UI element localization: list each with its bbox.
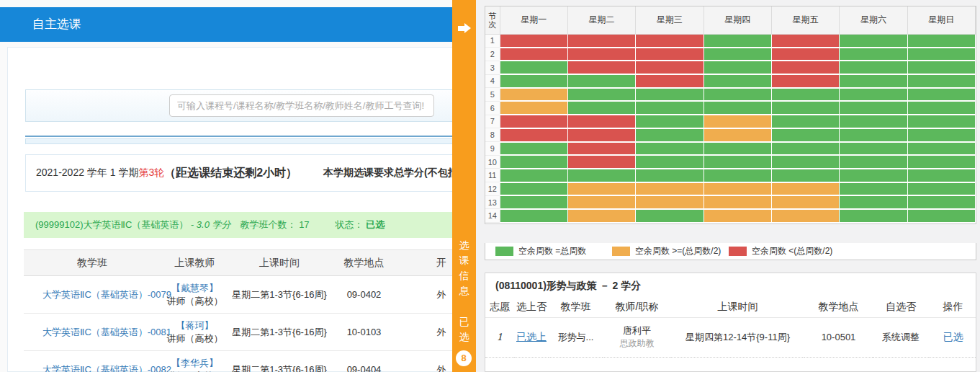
credit-requirement-text: 本学期选课要求总学分(不包括)	[323, 167, 452, 180]
timetable-cell	[840, 115, 907, 128]
timetable-cell	[500, 182, 567, 196]
timetable-cell	[567, 88, 635, 102]
timetable-cell	[636, 169, 703, 182]
timetable-cell	[840, 142, 907, 156]
day-header: 星期日	[907, 6, 975, 34]
selected-teacher-title: 思政助教	[603, 337, 671, 350]
class-table-header: 上课教师	[161, 250, 229, 276]
timetable-cell	[567, 74, 635, 88]
timetable-cell	[771, 195, 839, 209]
timetable-cell	[703, 142, 771, 156]
action-link[interactable]: 已选	[943, 331, 963, 342]
teacher-name[interactable]: 【李华兵】	[161, 357, 229, 370]
class-count: 教学班个数： 17	[240, 218, 310, 231]
course-summary-bar[interactable]: (99999102)大学英语ⅡC（基础英语） - 3.0 学分 教学班个数： 1…	[24, 212, 452, 238]
course-status: 状态： 已选	[336, 218, 385, 231]
period-number: 6	[485, 101, 500, 115]
period-number: 3	[485, 61, 500, 74]
day-header: 星期三	[636, 6, 703, 34]
period-number: 1	[485, 34, 500, 48]
class-location: 09-0404	[330, 351, 398, 372]
class-list-table: 教学班上课教师上课时间教学地点开 大学英语ⅡC（基础英语）-0079【戴慧琴】讲…	[24, 249, 485, 372]
course-credits: 3.0 学分	[197, 219, 231, 230]
timetable-legend: 空余周数 =总周数空余周数 >=(总周数/2)空余周数 <(总周数/2)	[485, 243, 976, 260]
selected-table-header: 教学地点	[804, 297, 873, 317]
timetable-cell	[636, 101, 703, 115]
timetable-cell	[703, 34, 771, 48]
class-name-link[interactable]: 大学英语ⅡC（基础英语）-0081	[42, 327, 171, 337]
timetable-cell	[771, 88, 839, 102]
timetable-cell	[636, 128, 703, 142]
timetable-cell	[703, 115, 771, 128]
course-title: (99999102)大学英语ⅡC（基础英语） - 3.0 学分	[35, 218, 231, 231]
legend-label: 空余周数 >=(总周数/2)	[635, 245, 721, 257]
selected-course-row: 1已选上形势与...唐利平思政助教星期四第12-14节{9-11周}10-050…	[485, 317, 976, 357]
timetable-row: 6	[485, 101, 976, 115]
timetable-cell	[500, 34, 567, 48]
course-search-input[interactable]	[169, 94, 434, 117]
period-number: 14	[485, 209, 500, 223]
legend-swatch	[729, 247, 747, 256]
timetable-cell	[567, 155, 635, 169]
selected-count-badge: 8	[456, 350, 472, 366]
sidebar-label-selected: 已选	[452, 314, 476, 345]
timetable-cell	[567, 182, 635, 196]
timetable-cell	[907, 169, 975, 182]
selected-course-table: 志愿选上否教学班教师/职称上课时间教学地点自选否操作 1已选上形势与...唐利平…	[485, 297, 976, 358]
timetable-row: 10	[485, 155, 976, 169]
class-row: 大学英语ⅡC（基础英语）-0081【蒋珂】讲师（高校）星期二第1-3节{6-16…	[24, 314, 485, 351]
timetable-cell	[500, 115, 567, 128]
timetable-row: 11	[485, 169, 976, 182]
timetable-cell	[500, 142, 567, 156]
class-time: 星期二第1-3节{6-16周}	[229, 314, 330, 351]
timetable-cell	[500, 48, 567, 61]
timetable-cell	[840, 169, 907, 182]
period-number: 10	[485, 155, 500, 169]
class-table-header: 教学地点	[330, 250, 398, 276]
timetable-row: 12	[485, 182, 976, 196]
teacher-title: 讲师（高校）	[161, 332, 229, 345]
timetable-cell	[771, 169, 839, 182]
timetable-header-row: 节次星期一星期二星期三星期四星期五星期六星期日	[485, 6, 976, 34]
timetable-row: 14	[485, 209, 976, 223]
page-title: 自主选课	[0, 7, 452, 42]
timetable-cell	[703, 48, 771, 61]
class-name-link[interactable]: 大学英语ⅡC（基础英语）-0079	[42, 289, 171, 300]
timetable-row: 8	[485, 128, 976, 142]
timetable-cell	[636, 209, 703, 223]
class-name-link[interactable]: 大学英语ⅡC（基础英语）-0082	[42, 364, 171, 372]
countdown-text: （距选课结束还剩2小时）	[164, 166, 297, 181]
collapse-arrow-icon[interactable]	[452, 23, 476, 33]
timetable-cell	[907, 88, 975, 102]
selected-table-header: 教学班	[549, 297, 603, 317]
timetable-row: 2	[485, 48, 976, 61]
panel-header: 自主选课	[0, 7, 452, 42]
timetable-cell	[840, 209, 907, 223]
timetable-cell	[703, 195, 771, 209]
timetable-row: 7	[485, 115, 976, 128]
status-value: 已选	[366, 219, 385, 230]
timetable-cell	[771, 142, 839, 156]
legend-item: 空余周数 >=(总周数/2)	[612, 245, 729, 257]
timetable-cell	[840, 61, 907, 74]
timetable-cell	[840, 48, 907, 61]
sidebar-label-selection-info: 选课信息	[452, 238, 476, 298]
timetable-cell	[703, 74, 771, 88]
weekly-timetable: 节次星期一星期二星期三星期四星期五星期六星期日 1234567891011121…	[485, 6, 976, 224]
collapsed-filter-bar[interactable]	[25, 124, 452, 137]
legend-label: 空余周数 <(总周数/2)	[752, 245, 832, 257]
timetable-cell	[567, 128, 635, 142]
teacher-name[interactable]: 【戴慧琴】	[161, 282, 229, 295]
timetable-cell	[500, 209, 567, 223]
collapsed-filter-strip[interactable]	[25, 138, 452, 144]
timetable-cell	[840, 88, 907, 102]
day-header: 星期五	[771, 6, 839, 34]
selected-status-link[interactable]: 已选上	[516, 331, 547, 342]
selection-info-sidebar[interactable]: 选课信息 已选 8	[452, 0, 476, 372]
timetable-cell	[703, 155, 771, 169]
timetable-cell	[771, 34, 839, 48]
timetable-cell	[500, 128, 567, 142]
selected-table-header-row: 志愿选上否教学班教师/职称上课时间教学地点自选否操作	[485, 297, 976, 317]
timetable-cell	[500, 195, 567, 209]
timetable-cell	[703, 88, 771, 102]
